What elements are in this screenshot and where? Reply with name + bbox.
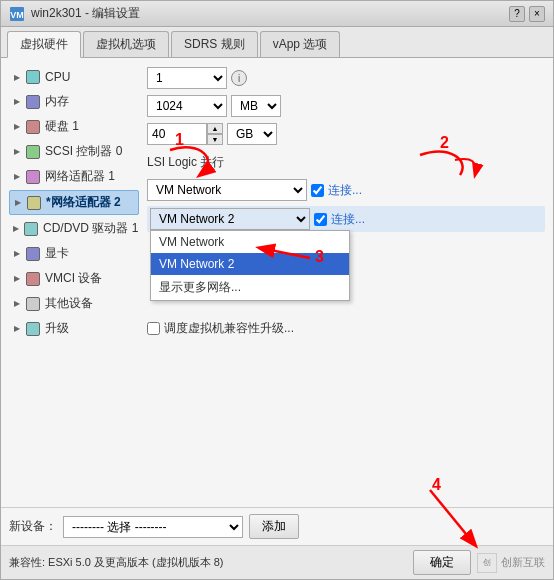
disk-input[interactable]	[147, 123, 207, 145]
sidebar-label-cdrom1: CD/DVD 驱动器 1	[43, 220, 138, 237]
ram-row: 1024 2048 MB GB	[147, 94, 545, 118]
sidebar-item-cpu[interactable]: ▶ CPU	[9, 66, 139, 88]
sidebar-item-disk1[interactable]: ▶ 硬盘 1	[9, 115, 139, 138]
tab-bar: 虚拟硬件 虚拟机选项 SDRS 规则 vApp 选项	[1, 27, 553, 58]
ok-button[interactable]: 确定	[413, 550, 471, 575]
window-title: win2k301 - 编辑设置	[31, 5, 140, 22]
sidebar-item-upgrade[interactable]: ▶ 升级	[9, 317, 139, 340]
upgrade-icon	[25, 321, 41, 337]
net1-row: VM Network 连接...	[147, 178, 545, 202]
vmci-arrow: ▶	[13, 275, 21, 283]
sidebar-label-net1: 网络适配器 1	[45, 168, 115, 185]
compat-checkbox[interactable]	[147, 322, 160, 335]
sidebar-label-net2: *网络适配器 2	[46, 194, 121, 211]
tab-vm-options[interactable]: 虚拟机选项	[83, 31, 169, 57]
dropdown-item-vm-network[interactable]: VM Network	[151, 231, 349, 253]
main-content: ▶ CPU ▶ 内存 ▶	[1, 58, 553, 507]
memory-arrow: ▶	[13, 98, 21, 106]
sidebar-item-display[interactable]: ▶ 显卡	[9, 242, 139, 265]
add-button[interactable]: 添加	[249, 514, 299, 539]
main-area: ▶ CPU ▶ 内存 ▶	[9, 66, 545, 499]
title-bar: VM win2k301 - 编辑设置 ? ×	[1, 1, 553, 27]
cpu-row: 1 2 4 i	[147, 66, 545, 90]
device-select[interactable]: -------- 选择 --------	[63, 516, 243, 538]
cpu-arrow: ▶	[13, 73, 21, 81]
ram-unit-select[interactable]: MB GB	[231, 95, 281, 117]
compat-bar: 兼容性: ESXi 5.0 及更高版本 (虚拟机版本 8) 确定 创 创新互联	[1, 545, 553, 579]
memory-icon	[25, 94, 41, 110]
watermark-logo: 创	[477, 553, 497, 573]
other-arrow: ▶	[13, 300, 21, 308]
compat-spacer: 调度虚拟机兼容性升级...	[147, 316, 545, 340]
sidebar-label-other: 其他设备	[45, 295, 93, 312]
vmci-icon	[25, 271, 41, 287]
sidebar-label-memory: 内存	[45, 93, 69, 110]
net2-connect-row: 连接...	[314, 211, 365, 228]
cpu-select[interactable]: 1 2 4	[147, 67, 227, 89]
sidebar-label-disk1: 硬盘 1	[45, 118, 79, 135]
right-panel: 1 2 4 i 1024 2048 MB GB	[139, 66, 545, 499]
net2-connect-link[interactable]: 连接...	[331, 211, 365, 228]
net1-select[interactable]: VM Network	[147, 179, 307, 201]
sidebar-item-other[interactable]: ▶ 其他设备	[9, 292, 139, 315]
disk-unit-select[interactable]: GB TB	[227, 123, 277, 145]
net2-arrow: ▶	[14, 199, 22, 207]
cpu-icon	[25, 69, 41, 85]
disk-up-button[interactable]: ▲	[207, 123, 223, 134]
other-icon	[25, 296, 41, 312]
sidebar-item-vmci[interactable]: ▶ VMCI 设备	[9, 267, 139, 290]
compat-checkbox-row: 调度虚拟机兼容性升级...	[147, 316, 545, 340]
bottom-bar: 新设备： -------- 选择 -------- 添加	[1, 507, 553, 545]
sidebar-label-display: 显卡	[45, 245, 69, 262]
scsi-text: LSI Logic 并行	[147, 154, 224, 171]
net2-select[interactable]: VM Network 2	[150, 208, 310, 230]
sidebar-item-cdrom1[interactable]: ▶ CD/DVD 驱动器 1	[9, 217, 139, 240]
upgrade-arrow: ▶	[13, 325, 21, 333]
dropdown-item-vm-network2[interactable]: VM Network 2	[151, 253, 349, 275]
sidebar-item-scsi0[interactable]: ▶ SCSI 控制器 0	[9, 140, 139, 163]
sidebar-label-scsi0: SCSI 控制器 0	[45, 143, 122, 160]
net2-dropdown-container: VM Network 2 VM Network VM Network 2 显	[150, 208, 310, 230]
tab-hardware[interactable]: 虚拟硬件	[7, 31, 81, 58]
sidebar-label-cpu: CPU	[45, 70, 70, 84]
scsi-icon	[25, 144, 41, 160]
cpu-info-icon[interactable]: i	[231, 70, 247, 86]
svg-text:VM: VM	[10, 10, 24, 20]
tab-vapp[interactable]: vApp 选项	[260, 31, 341, 57]
action-buttons: 确定 创 创新互联	[413, 550, 545, 575]
sidebar-label-upgrade: 升级	[45, 320, 69, 337]
net1-connect-row: 连接...	[311, 182, 362, 199]
disk-row: ▲ ▼ GB TB	[147, 122, 545, 146]
sidebar-item-net2[interactable]: ▶ *网络适配器 2	[9, 190, 139, 215]
window-icon: VM	[9, 6, 25, 22]
net1-connect-link[interactable]: 连接...	[328, 182, 362, 199]
disk1-icon	[25, 119, 41, 135]
net1-checkbox[interactable]	[311, 184, 324, 197]
watermark: 创 创新互联	[477, 553, 545, 573]
title-bar-right: ? ×	[509, 6, 545, 22]
tab-sdrs[interactable]: SDRS 规则	[171, 31, 258, 57]
net2-checkbox[interactable]	[314, 213, 327, 226]
compat-checkbox-label: 调度虚拟机兼容性升级...	[164, 320, 294, 337]
sidebar-item-memory[interactable]: ▶ 内存	[9, 90, 139, 113]
scsi-row: LSI Logic 并行	[147, 150, 545, 174]
net1-arrow: ▶	[13, 173, 21, 181]
close-button[interactable]: ×	[529, 6, 545, 22]
disk-down-button[interactable]: ▼	[207, 134, 223, 145]
new-device-label: 新设备：	[9, 518, 57, 535]
dropdown-item-more-networks[interactable]: 显示更多网络...	[151, 275, 349, 300]
scsi-arrow: ▶	[13, 148, 21, 156]
disk-spinner: ▲ ▼	[147, 123, 223, 145]
sidebar-item-net1[interactable]: ▶ 网络适配器 1	[9, 165, 139, 188]
net2-icon	[26, 195, 42, 211]
watermark-text: 创新互联	[501, 555, 545, 570]
new-device-row: 新设备： -------- 选择 -------- 添加	[9, 514, 545, 539]
help-button[interactable]: ?	[509, 6, 525, 22]
net2-dropdown-menu: VM Network VM Network 2 显示更多网络...	[150, 230, 350, 301]
cdrom-arrow: ▶	[13, 225, 19, 233]
disk1-arrow: ▶	[13, 123, 21, 131]
ram-select[interactable]: 1024 2048	[147, 95, 227, 117]
compat-text: 兼容性: ESXi 5.0 及更高版本 (虚拟机版本 8)	[9, 555, 224, 570]
title-bar-left: VM win2k301 - 编辑设置	[9, 5, 140, 22]
net1-icon	[25, 169, 41, 185]
